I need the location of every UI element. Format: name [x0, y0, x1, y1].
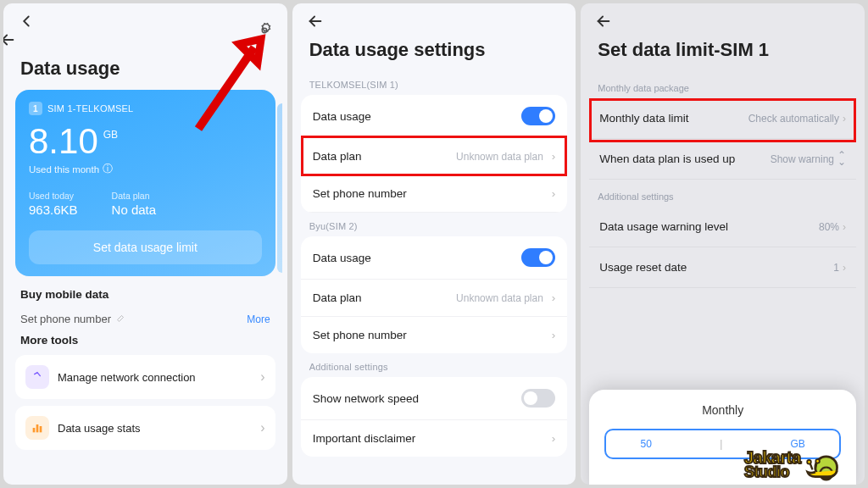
- buy-data-title: Buy mobile data: [20, 288, 270, 301]
- chevron-right-icon: ›: [552, 187, 556, 200]
- toggle-on[interactable]: [521, 107, 555, 125]
- row-value: Unknown data plan: [456, 151, 543, 163]
- row-value: Unknown data plan: [456, 292, 543, 304]
- usage-value: 8.10: [29, 124, 98, 159]
- network-icon: [25, 365, 49, 389]
- row-disclaimer[interactable]: Important disclaimer ›: [301, 420, 568, 457]
- row-monthly-limit[interactable]: Monthly data limit Check automatically ›: [589, 98, 856, 139]
- screen-set-data-limit: Set data limit-SIM 1 Monthly data packag…: [581, 3, 865, 485]
- row-show-speed[interactable]: Show network speed: [301, 377, 568, 420]
- chevron-right-icon: ›: [552, 291, 556, 304]
- back-icon[interactable]: [17, 12, 36, 49]
- chevron-right-icon: ›: [843, 221, 846, 233]
- row-reset-date[interactable]: Usage reset date 1 ›: [589, 247, 856, 288]
- logo-line2: Studio: [744, 465, 801, 479]
- sim1-list: Data usage Data plan Unknown data plan ›…: [301, 95, 568, 213]
- row-label: Set phone number: [313, 329, 407, 341]
- row-label: Data plan: [313, 150, 362, 163]
- used-today-value: 963.6KB: [29, 202, 78, 217]
- page-title: Data usage settings: [292, 36, 576, 71]
- more-tools-title: More tools: [20, 334, 270, 347]
- row-data-usage-sim2[interactable]: Data usage: [301, 236, 568, 280]
- svg-rect-1: [33, 428, 36, 432]
- row-data-plan-sim2[interactable]: Data plan Unknown data plan ›: [301, 280, 568, 317]
- row-label: Usage reset date: [599, 261, 687, 274]
- set-limit-button[interactable]: Set data usage limit: [29, 230, 262, 264]
- svg-rect-2: [36, 424, 39, 432]
- row-used-up[interactable]: When data plan is used up Show warning ⌃…: [589, 139, 856, 180]
- snail-icon: [804, 446, 842, 483]
- usage-unit: GB: [103, 129, 118, 141]
- watermark-logo: Jakarta Studio: [744, 446, 863, 483]
- group-sim1: TELKOMSEL(SIM 1): [292, 71, 576, 95]
- data-plan-label: Data plan: [112, 191, 157, 201]
- row-label: Show network speed: [313, 392, 419, 405]
- group-monthly: Monthly data package: [581, 71, 865, 98]
- tool-network-label: Manage network connection: [58, 371, 252, 384]
- screen-data-usage: Data usage 1 SIM 1-TELKOMSEL 8.10 GB Use…: [3, 3, 287, 485]
- used-today-label: Used today: [29, 191, 78, 201]
- row-warning-level[interactable]: Data usage warning level 80% ›: [589, 207, 856, 247]
- page-title: Data usage: [3, 54, 287, 90]
- stats-icon: [25, 416, 49, 440]
- sim2-list: Data usage Data plan Unknown data plan ›…: [301, 236, 568, 353]
- data-plan-value: No data: [112, 202, 157, 217]
- chevron-right-icon: ›: [552, 432, 556, 445]
- tool-row-network[interactable]: Manage network connection ›: [15, 355, 275, 399]
- chevron-right-icon: ›: [843, 113, 846, 125]
- more-link[interactable]: More: [247, 313, 270, 325]
- info-icon[interactable]: ⓘ: [103, 163, 113, 175]
- sim-label: SIM 1-TELKOMSEL: [47, 103, 133, 114]
- row-set-phone-sim2[interactable]: Set phone number ›: [301, 317, 568, 353]
- row-value: Check automatically: [748, 113, 839, 125]
- tool-stats-label: Data usage stats: [58, 422, 252, 435]
- row-label: Important disclaimer: [313, 432, 416, 445]
- chevron-right-icon: ›: [260, 420, 264, 435]
- group-additional: Additional settings: [292, 353, 576, 377]
- row-value: 1: [833, 262, 839, 274]
- screen-data-usage-settings: Data usage settings TELKOMSEL(SIM 1) Dat…: [292, 3, 576, 485]
- up-down-icon: ⌃⌄: [837, 152, 846, 164]
- row-label: Monthly data limit: [599, 112, 688, 125]
- row-value: 80%: [819, 221, 839, 233]
- picker-value: 50: [640, 438, 651, 450]
- row-label: Data usage: [313, 252, 371, 264]
- gear-icon[interactable]: [255, 21, 274, 40]
- back-icon[interactable]: [594, 12, 613, 30]
- row-value: Show warning: [771, 153, 834, 165]
- svg-point-5: [807, 460, 811, 464]
- row-data-usage-sim1[interactable]: Data usage: [301, 95, 568, 138]
- group-sim2: Byu(SIM 2): [292, 213, 576, 236]
- row-label: Data plan: [313, 291, 362, 304]
- row-data-plan-sim1[interactable]: Data plan Unknown data plan ›: [301, 138, 568, 175]
- modal-title: Monthly: [604, 403, 841, 417]
- sim-badge-icon: 1: [29, 102, 42, 115]
- set-phone-label[interactable]: Set phone number: [20, 313, 111, 325]
- row-label: Data usage: [313, 110, 371, 123]
- toggle-on[interactable]: [521, 248, 555, 267]
- row-set-phone-sim1[interactable]: Set phone number ›: [301, 175, 568, 213]
- additional-list: Show network speed Important disclaimer …: [301, 377, 568, 457]
- next-card-peek[interactable]: [277, 103, 282, 273]
- page-title: Set data limit-SIM 1: [581, 36, 865, 71]
- group-additional: Additional settings: [581, 180, 865, 207]
- tool-row-stats[interactable]: Data usage stats ›: [15, 406, 275, 450]
- back-icon[interactable]: [306, 12, 325, 30]
- row-label: When data plan is used up: [599, 152, 735, 165]
- used-this-month-label: Used this month: [29, 164, 99, 175]
- usage-card: 1 SIM 1-TELKOMSEL 8.10 GB Used this mont…: [15, 90, 275, 276]
- svg-rect-3: [40, 426, 42, 432]
- chevron-right-icon: ›: [843, 262, 846, 274]
- svg-point-6: [815, 459, 820, 463]
- chevron-right-icon: ›: [552, 150, 556, 163]
- chevron-right-icon: ›: [260, 369, 264, 385]
- row-label: Set phone number: [313, 187, 407, 200]
- edit-icon[interactable]: [116, 313, 126, 325]
- chevron-right-icon: ›: [552, 329, 556, 341]
- row-label: Data usage warning level: [599, 220, 728, 233]
- toggle-off[interactable]: [521, 389, 555, 408]
